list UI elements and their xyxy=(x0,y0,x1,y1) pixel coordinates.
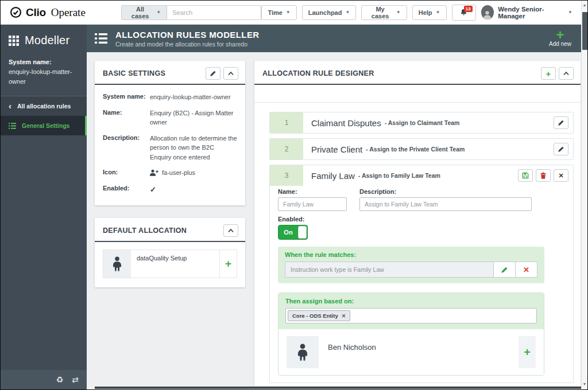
list-icon xyxy=(95,33,107,44)
swap-icon[interactable]: ⇄ xyxy=(72,376,79,384)
add-new-button[interactable]: + Add new xyxy=(549,30,578,47)
user-menu[interactable]: Wendy Senior-Manager ▼ xyxy=(481,5,572,20)
sidebar-footer: ♻ ⇄ xyxy=(1,370,87,389)
rule-row-private-client[interactable]: 2 Private Client - Assign to the Private… xyxy=(269,138,574,160)
edit-basic-settings-button[interactable] xyxy=(206,67,220,80)
add-default-allocation-button[interactable]: + xyxy=(219,250,237,278)
chevron-down-icon: ▼ xyxy=(396,10,401,15)
main-area: ALLOCATION RULES MODELLER Create and mod… xyxy=(87,25,587,389)
assign-based-on-input[interactable]: Core - ODS Entity ✕ xyxy=(285,308,537,323)
rule-description-input[interactable] xyxy=(359,197,532,211)
basic-settings-card: BASIC SETTINGS System name: enquiry-look… xyxy=(95,61,245,205)
sidebar-item-general-settings[interactable]: General Settings xyxy=(1,116,87,135)
plus-icon: + xyxy=(546,69,551,78)
field-description: Description: Allocation rule to determin… xyxy=(103,134,237,162)
close-rule-button[interactable]: ✕ xyxy=(554,169,568,182)
then-assign-section: Then assign based on: Core - ODS Entity … xyxy=(278,292,544,376)
chevron-down-icon: ▼ xyxy=(286,10,291,15)
remove-condition-button[interactable]: ✕ xyxy=(516,262,537,278)
collapse-basic-settings-button[interactable] xyxy=(223,67,238,80)
user-name: Wendy Senior-Manager xyxy=(498,6,564,20)
edit-condition-button[interactable] xyxy=(494,262,516,278)
sidebar-app-title: Modeller xyxy=(1,25,87,55)
edit-rule-button[interactable] xyxy=(554,143,568,155)
content: BASIC SETTINGS System name: enquiry-look… xyxy=(87,52,587,386)
save-rule-button[interactable] xyxy=(518,169,533,182)
topbar-menus: Time▼ Launchpad▼ My cases▼ Help▼ 13 Wend… xyxy=(261,5,577,21)
page-header: ALLOCATION RULES MODELLER Create and mod… xyxy=(87,25,587,52)
description-label: Description: xyxy=(359,188,532,195)
logo-text-operate: Operate xyxy=(51,6,86,19)
all-cases-dropdown[interactable]: All cases▼ xyxy=(121,5,167,20)
sidebar-system-name: System name: enquiry-lookup-matter-owner xyxy=(1,55,87,96)
notifications-button[interactable]: 13 xyxy=(452,5,476,21)
clio-logo[interactable]: ClioOperate xyxy=(10,6,86,19)
remove-tag-icon[interactable]: ✕ xyxy=(342,313,346,319)
person-icon xyxy=(482,10,492,20)
chevron-left-icon: ‹ xyxy=(9,103,11,109)
person-icon xyxy=(110,256,125,271)
collapse-default-allocation-button[interactable] xyxy=(223,224,238,237)
rule-order-number: 1 xyxy=(270,112,303,133)
name-label: Name: xyxy=(278,188,347,195)
rule-condition[interactable]: Instruction work type is Family Law xyxy=(285,262,494,278)
logo-text-clio: Clio xyxy=(26,6,46,19)
sidebar-title-text: Modeller xyxy=(25,34,69,47)
page-subtitle: Create and model the allocation rules fo… xyxy=(115,41,260,48)
rule-row-family-law-expanded: 3 Family Law - Assign to Family Law Team xyxy=(269,165,574,383)
global-search: All cases▼ xyxy=(121,5,262,20)
enabled-label: Enabled: xyxy=(278,216,565,223)
sidebar: Modeller System name: enquiry-lookup-mat… xyxy=(1,25,87,389)
tag-core-ods-entity[interactable]: Core - ODS Entity ✕ xyxy=(288,310,350,321)
field-enabled: Enabled: ✓ xyxy=(103,184,237,196)
save-icon xyxy=(522,172,529,179)
notification-count-badge: 13 xyxy=(464,6,473,13)
user-plus-icon xyxy=(150,169,158,176)
rule-order-number: 2 xyxy=(270,139,303,159)
field-system-name: System name: enquiry-lookup-matter-owner xyxy=(103,92,237,102)
avatar xyxy=(481,5,494,20)
check-icon: ✓ xyxy=(150,184,156,196)
person-avatar-block xyxy=(287,336,319,368)
page-title: ALLOCATION RULES MODELLER xyxy=(115,30,260,40)
my-cases-menu-button[interactable]: My cases▼ xyxy=(361,5,407,20)
plus-icon: + xyxy=(556,30,564,40)
horizontal-scrollbar-thumb[interactable] xyxy=(95,387,587,389)
chevron-up-icon xyxy=(563,70,570,77)
scroll-up-arrow[interactable]: ▲ xyxy=(583,1,587,9)
rule-row-claimant-disputes[interactable]: 1 Claimant Disputes - Assign to Claimant… xyxy=(269,112,574,134)
scroll-down-arrow[interactable]: ▼ xyxy=(583,380,587,388)
add-rule-button[interactable]: + xyxy=(541,67,556,80)
edit-rule-button[interactable] xyxy=(554,116,568,129)
person-avatar-block xyxy=(103,250,131,278)
pencil-icon xyxy=(210,70,216,77)
pencil-square-icon xyxy=(558,119,564,126)
time-menu-button[interactable]: Time▼ xyxy=(261,5,296,20)
sidebar-item-all-allocation-rules[interactable]: ‹ All allocation rules xyxy=(1,96,87,116)
collapse-designer-button[interactable] xyxy=(559,67,574,80)
vertical-scrollbar[interactable]: ▲ ▼ xyxy=(581,1,587,389)
vertical-scrollbar-thumb[interactable] xyxy=(582,12,587,50)
recycle-icon[interactable]: ♻ xyxy=(56,376,64,384)
chevron-down-icon: ▼ xyxy=(156,10,161,15)
close-icon: ✕ xyxy=(523,266,529,274)
search-input[interactable] xyxy=(167,5,261,20)
person-icon xyxy=(294,344,311,361)
app-window: ClioOperate All cases▼ Time▼ Launchpad▼ … xyxy=(0,0,588,390)
launchpad-menu-button[interactable]: Launchpad▼ xyxy=(302,5,357,20)
rule-name-input[interactable] xyxy=(278,197,347,211)
toggle-knob xyxy=(298,226,307,239)
check-circle-icon xyxy=(10,6,22,18)
enabled-toggle[interactable]: On xyxy=(278,225,308,240)
grid-icon xyxy=(9,36,19,46)
chevron-down-icon: ▼ xyxy=(436,10,440,15)
list-icon xyxy=(9,123,16,129)
chevron-up-icon xyxy=(227,70,234,77)
chevron-down-icon: ▼ xyxy=(345,10,350,15)
help-menu-button[interactable]: Help▼ xyxy=(412,5,447,20)
add-assignee-button[interactable]: + xyxy=(519,336,536,368)
default-allocation-card: DEFAULT ALLOCATION dataQuality Setup + xyxy=(95,218,245,287)
default-allocation-item: dataQuality Setup + xyxy=(103,249,237,278)
delete-rule-button[interactable] xyxy=(536,169,551,182)
default-allocation-name: dataQuality Setup xyxy=(131,250,219,278)
